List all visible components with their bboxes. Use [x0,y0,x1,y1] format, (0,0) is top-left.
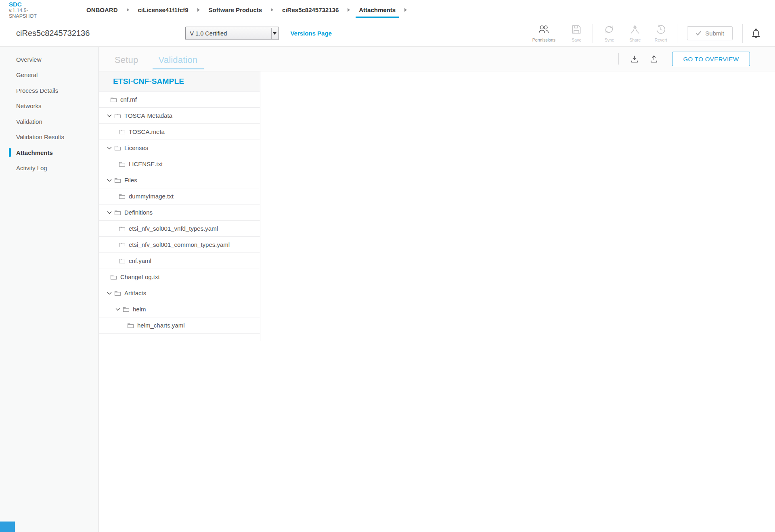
sync-button[interactable]: Sync [596,24,622,42]
sidebar-item-attachments[interactable]: Attachments [0,145,98,161]
sidebar-item-validation-results[interactable]: Validation Results [0,129,98,145]
breadcrumb: ONBOARD ciLicense41f1fcf9 Software Produ… [86,6,416,13]
tree-node-label: LICENSE.txt [129,161,163,167]
sidebar-item-process-details[interactable]: Process Details [0,83,98,98]
tree-node-tosca-metadata[interactable]: TOSCA-Metadata [99,108,260,124]
breadcrumb-license[interactable]: ciLicense41f1fcf9 [138,6,189,13]
permissions-button[interactable]: Permissions [531,24,557,42]
tree-node-vnfd-types[interactable]: etsi_nfv_sol001_vnfd_types.yaml [99,221,260,237]
tree-node-label: Artifacts [124,290,146,296]
active-indicator-bar [9,148,11,157]
version-selected-value: V 1.0 Certified [190,30,227,37]
tab-bar: Setup Validation GO TO OVERVIEW [99,47,775,71]
save-button[interactable]: Save [563,24,589,42]
chevron-down-icon[interactable] [107,179,114,182]
sidebar-item-general[interactable]: General [0,67,98,83]
tree-node-licenses[interactable]: Licenses [99,140,260,156]
tree-node-label: etsi_nfv_sol001_vnfd_types.yaml [129,225,218,232]
folder-icon [110,97,117,102]
main-area: Setup Validation GO TO OVERVIEW [99,47,775,532]
tree-node-label: Definitions [124,209,153,216]
revert-label: Revert [655,38,667,42]
sdc-logo[interactable]: SDC v.1.14.5-SNAPSHOT [9,1,44,19]
breadcrumb-resource[interactable]: ciRes5c8245732136 [282,6,339,13]
tree-title: ETSI-CNF-SAMPLE [99,71,260,92]
sidebar-item-label: Activity Log [16,165,47,171]
tree-node-dummyimage-txt[interactable]: dummyImage.txt [99,188,260,204]
chevron-down-icon[interactable] [107,114,114,117]
share-button[interactable]: Share [622,24,648,42]
folder-icon [114,145,121,151]
sidebar-item-label: Attachments [16,149,53,156]
tab-validation[interactable]: Validation [153,49,204,69]
tree-node-files[interactable]: Files [99,172,260,188]
tree-node-cnf-mf[interactable]: cnf.mf [99,92,260,108]
breadcrumb-attachments[interactable]: Attachments [359,6,396,13]
sidebar-item-overview[interactable]: Overview [0,52,98,67]
tree-node-artifacts[interactable]: Artifacts [99,285,260,301]
app-version: v.1.14.5-SNAPSHOT [9,8,44,19]
download-icon [630,54,639,63]
tree-node-label: helm_charts.yaml [137,322,185,329]
submit-label: Submit [705,30,724,37]
tree-node-helm-charts-yaml[interactable]: helm_charts.yaml [99,317,260,334]
permissions-label: Permissions [532,38,555,42]
versions-page-link[interactable]: Versions Page [290,30,332,37]
sidebar-item-activity-log[interactable]: Activity Log [0,161,98,176]
folder-icon [114,210,121,215]
sidebar-item-label: Validation [16,118,42,125]
tree-node-label: TOSCA.meta [129,128,165,135]
tree-node-common-types[interactable]: etsi_nfv_sol001_common_types.yaml [99,237,260,253]
tree-node-label: dummyImage.txt [129,193,174,200]
check-icon [695,31,702,36]
permissions-icon [538,24,550,36]
sidebar-item-validation[interactable]: Validation [0,114,98,129]
app-name: SDC [9,1,44,8]
chevron-down-icon[interactable] [107,292,114,295]
notifications-bell-button[interactable] [751,28,761,39]
folder-icon [123,307,130,312]
tree-node-definitions[interactable]: Definitions [99,204,260,221]
breadcrumb-chevron-icon [271,8,273,12]
sidebar: Overview General Process Details Network… [0,47,99,532]
folder-icon [127,323,134,328]
sidebar-item-label: Networks [16,102,42,109]
actions-divider [742,24,743,43]
sync-label: Sync [605,38,614,42]
sidebar-item-networks[interactable]: Networks [0,98,98,114]
breadcrumb-software-products[interactable]: Software Products [209,6,262,13]
revert-button[interactable]: Revert [648,24,674,42]
share-icon [629,24,641,36]
header-divider [100,25,100,42]
tab-setup[interactable]: Setup [109,49,145,69]
tree-node-changelog-txt[interactable]: ChangeLog.txt [99,269,260,285]
empty-preview-area [260,71,775,532]
go-to-overview-button[interactable]: GO TO OVERVIEW [672,52,750,66]
breadcrumb-chevron-icon [197,8,200,12]
folder-icon [119,161,126,167]
folder-icon [110,274,117,280]
tree-node-license-txt[interactable]: LICENSE.txt [99,156,260,172]
chevron-down-icon[interactable] [115,308,123,311]
tree-node-cnf-yaml[interactable]: cnf.yaml [99,253,260,269]
breadcrumb-onboard[interactable]: ONBOARD [86,6,118,13]
download-button[interactable] [630,54,639,63]
page-body: Overview General Process Details Network… [0,47,775,532]
chevron-down-icon[interactable] [107,211,114,214]
chevron-down-icon[interactable] [107,146,114,150]
tree-node-label: Files [124,177,137,184]
upload-button[interactable] [649,54,658,63]
upload-icon [649,54,658,63]
tree-node-label: cnf.mf [120,96,137,103]
submit-button[interactable]: Submit [687,26,733,40]
tree-node-tosca-meta[interactable]: TOSCA.meta [99,124,260,140]
breadcrumb-chevron-icon [404,8,407,12]
share-label: Share [629,38,641,42]
version-selector[interactable]: V 1.0 Certified [185,27,279,40]
sidebar-item-label: Validation Results [16,134,64,140]
tree-node-helm[interactable]: helm [99,301,260,317]
top-navigation-bar: SDC v.1.14.5-SNAPSHOT ONBOARD ciLicense4… [0,0,775,20]
tree-node-label: etsi_nfv_sol001_common_types.yaml [129,241,230,248]
folder-icon [119,226,126,232]
folder-icon [119,258,126,264]
